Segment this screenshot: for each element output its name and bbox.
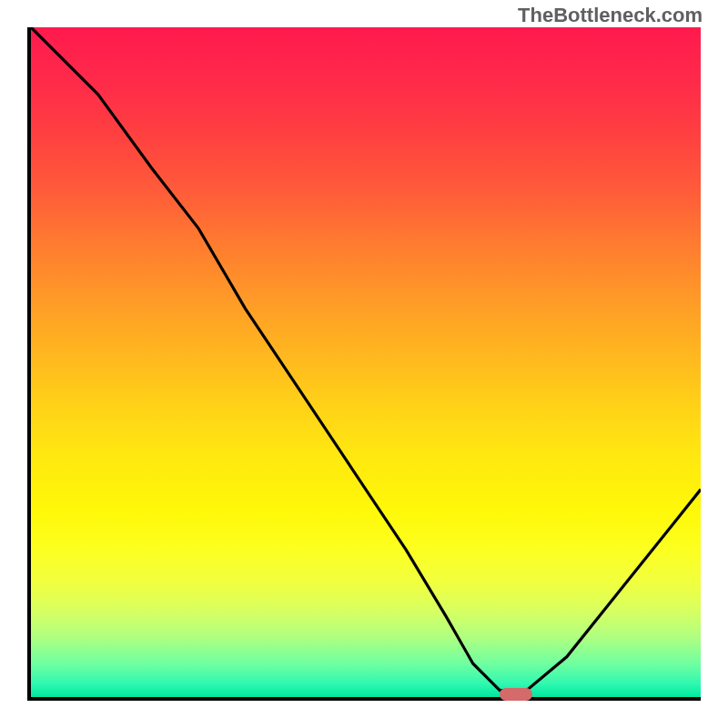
curve-svg	[31, 27, 701, 697]
bottleneck-curve	[31, 27, 701, 691]
optimal-marker	[500, 688, 532, 701]
watermark-text: TheBottleneck.com	[518, 4, 703, 27]
plot-area	[27, 27, 701, 701]
